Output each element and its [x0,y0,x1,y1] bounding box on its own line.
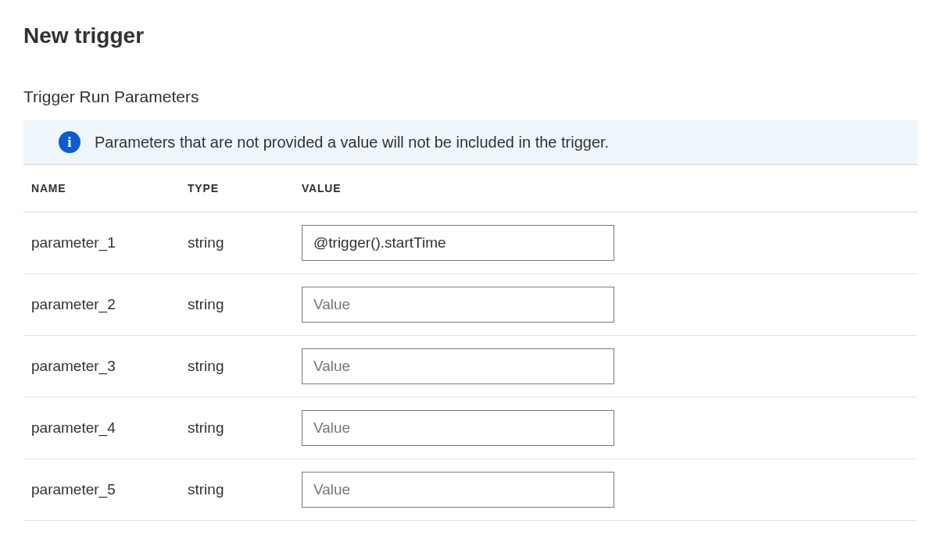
table-row: parameter_5 string [23,459,918,521]
param-value-input[interactable] [302,287,614,323]
param-value-input[interactable] [302,472,614,508]
table-row: parameter_4 string [23,398,918,459]
param-value-input[interactable] [302,348,614,384]
param-type: string [188,296,302,313]
page-title: New trigger [23,23,918,48]
table-row: parameter_3 string [23,336,918,398]
info-message: Parameters that are not provided a value… [95,134,609,152]
param-name: parameter_3 [31,358,188,375]
param-value-input[interactable] [302,225,614,261]
param-name: parameter_4 [31,419,188,437]
section-title: Trigger Run Parameters [23,87,918,106]
param-type: string [188,419,302,437]
info-banner: i Parameters that are not provided a val… [23,120,918,165]
param-name: parameter_1 [31,234,188,251]
param-type: string [188,358,302,375]
parameters-table: NAME TYPE VALUE parameter_1 string param… [23,165,918,521]
header-value: VALUE [302,182,918,194]
param-name: parameter_2 [31,296,188,313]
table-header: NAME TYPE VALUE [23,165,918,212]
param-name: parameter_5 [31,481,188,498]
header-type: TYPE [188,182,302,194]
table-row: parameter_1 string [23,212,918,274]
param-type: string [188,234,302,251]
param-type: string [188,481,302,498]
header-name: NAME [31,182,188,194]
info-icon: i [59,131,81,153]
table-row: parameter_2 string [23,274,918,336]
param-value-input[interactable] [302,410,614,446]
